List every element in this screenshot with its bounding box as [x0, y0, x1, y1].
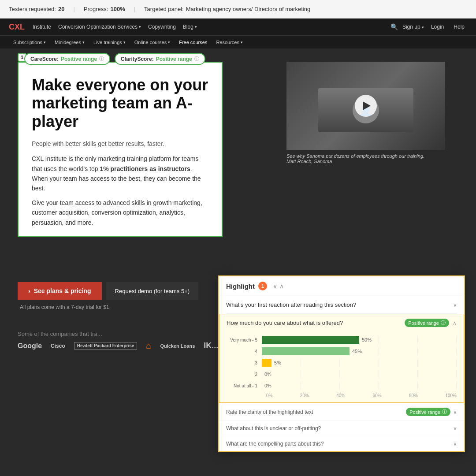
badge-info-icon[interactable]: ⓘ — [441, 320, 446, 326]
chart-bar-container: 0% — [262, 370, 457, 378]
carescore-badge: CareScore: Positive range ⓘ — [24, 53, 110, 65]
progress-label: Progress: — [84, 6, 108, 12]
subnav-live-trainings[interactable]: Live trainings ▾ — [89, 36, 130, 49]
highlight-panel: Highlight 1 ∨ ∧ What's your first reacti… — [218, 275, 465, 452]
chevron-right-icon: ∨ — [453, 425, 457, 431]
testers-info: Testers requested: 20 — [9, 6, 64, 12]
nav-conversion[interactable]: Conversion Optimization Services ▾ — [55, 19, 145, 35]
sub-nav: Subscriptions ▾ Minidegrees ▾ Live train… — [0, 35, 476, 48]
main-content: 1 CareScore: Positive range ⓘ ClaritySco… — [0, 48, 476, 476]
chevron-right-icon: ∨ — [453, 409, 457, 415]
hero-title: Make everyone on your marketing team an … — [32, 76, 208, 130]
clarityscore-label: ClarityScore: — [121, 56, 154, 62]
carescore-info-icon[interactable]: ⓘ — [99, 56, 104, 62]
clarityscore-value: Positive range — [156, 56, 192, 62]
chevron-down-icon: ▾ — [123, 40, 126, 45]
rate-clarity-row[interactable]: Rate the clarity of the highlighted text… — [219, 403, 464, 421]
chart-bar-row: 20% — [227, 370, 457, 378]
chevron-down-icon: ▾ — [195, 25, 197, 29]
testers-count: 20 — [58, 6, 64, 12]
compelling-row[interactable]: What are the compelling parts about this… — [219, 436, 464, 451]
request-demo-button[interactable]: Request demo (for teams 5+) — [106, 282, 198, 300]
video-caption: See why Sanoma put dozens of employees t… — [286, 153, 445, 164]
chart-bar-label: 2 — [227, 372, 262, 377]
nav-institute[interactable]: Institute — [29, 19, 55, 35]
progress-value: 100% — [110, 6, 125, 12]
hero-subtitle: People with better skills get better res… — [32, 139, 208, 149]
nav-copywriting[interactable]: Copywriting — [145, 19, 179, 35]
chart-bar-label: 3 — [227, 361, 262, 365]
rate-clarity-label: Rate the clarity of the highlighted text — [226, 409, 313, 415]
scores-bar: CareScore: Positive range ⓘ ClarityScore… — [24, 53, 205, 65]
chart-bar-row: Very much - 550% — [227, 336, 457, 344]
progress-info: Progress: 100% — [84, 6, 125, 12]
positive-range-badge: Positive range ⓘ — [405, 319, 449, 327]
carescore-value: Positive range — [61, 56, 97, 62]
chart-bar-pct: 5% — [274, 360, 281, 365]
highlight-title: Highlight — [226, 283, 255, 290]
highlight-header: Highlight 1 ∨ ∧ — [219, 276, 464, 296]
subnav-resources[interactable]: Resources ▾ — [212, 36, 247, 49]
chevron-down-icon: ▾ — [139, 25, 141, 29]
bottom-questions: Rate the clarity of the highlighted text… — [219, 403, 464, 451]
panel-label: Targeted panel: — [144, 6, 184, 12]
nav-blog[interactable]: Blog ▾ — [179, 19, 201, 35]
question2-row[interactable]: How much do you care about what is offer… — [219, 314, 464, 331]
chevron-down-icon: ▾ — [82, 40, 85, 45]
clarity-info-icon[interactable]: ⓘ — [442, 409, 447, 415]
subnav-online-courses[interactable]: Online courses ▾ — [130, 36, 175, 49]
companies-intro: Some of the companies that tra... — [18, 331, 218, 337]
hero-desc2: Give your team access to advanced skills… — [32, 198, 208, 227]
cta-section: › See plans & pricing Request demo (for … — [18, 282, 198, 310]
chart-bar-row: 35% — [227, 359, 457, 367]
chart-area: Very much - 550%445%35%20%Not at all - 1… — [219, 331, 464, 402]
clarityscore-info-icon[interactable]: ⓘ — [194, 56, 199, 62]
highlight-controls: ∨ ∧ — [273, 283, 284, 290]
see-plans-button[interactable]: › See plans & pricing — [18, 282, 102, 300]
chart-bar-pct: 50% — [362, 337, 372, 342]
unclear-label: What about this is unclear or off-puttin… — [226, 425, 321, 431]
nav-help[interactable]: Help — [451, 24, 467, 30]
nav-logo[interactable]: CXL — [9, 22, 25, 32]
chart-bar-container: 45% — [262, 347, 457, 355]
nav-login[interactable]: Login — [428, 24, 446, 30]
clarity-badge: Positive range ⓘ — [406, 408, 450, 416]
companies-logos: Google Cisco Hewlett Packard Enterprise … — [18, 341, 218, 351]
play-icon — [363, 101, 371, 110]
panel-value: Marketing agency owners/ Directors of ma… — [186, 6, 311, 12]
cta-buttons: › See plans & pricing Request demo (for … — [18, 282, 198, 300]
subnav-minidegrees[interactable]: Minidegrees ▾ — [50, 36, 89, 49]
chart-bar-pct: 45% — [352, 349, 362, 354]
expand-icon[interactable]: ∧ — [279, 283, 284, 290]
chevron-down-icon: ▾ — [168, 40, 170, 45]
nav-signup[interactable]: Sign up ▾ — [402, 24, 424, 30]
google-logo: Google — [18, 342, 42, 350]
collapse-icon[interactable]: ∨ — [273, 283, 277, 290]
highlight-num-badge: 1 — [258, 282, 267, 290]
hp-logo: Hewlett Packard Enterprise — [74, 342, 138, 350]
chevron-right-icon: ∨ — [453, 302, 457, 308]
video-thumbnail[interactable]: 👤 — [286, 62, 445, 150]
companies-section: Some of the companies that tra... Google… — [18, 331, 218, 351]
search-icon[interactable]: 🔍 — [390, 23, 398, 30]
question1-row[interactable]: What's your first reaction after reading… — [226, 296, 457, 314]
chevron-down-icon: ▾ — [241, 40, 243, 45]
hero-box: Make everyone on your marketing team an … — [18, 62, 223, 237]
subnav-free-courses[interactable]: Free courses — [175, 36, 212, 49]
badge-label: Positive range — [408, 320, 439, 326]
clarity-badge-label: Positive range — [409, 409, 440, 415]
clarityscore-badge: ClarityScore: Positive range ⓘ — [115, 53, 205, 65]
unclear-row[interactable]: What about this is unclear or off-puttin… — [219, 421, 464, 436]
panel-info: Targeted panel: Marketing agency owners/… — [144, 6, 310, 12]
ik-logo: IK... — [204, 341, 218, 350]
trial-text: All plans come with a 7-day trial for $1… — [18, 304, 198, 310]
nav-left: CXL Institute Conversion Optimization Se… — [9, 19, 201, 35]
subnav-subscriptions[interactable]: Subscriptions ▾ — [9, 36, 50, 49]
chart-bar-label: Not at all - 1 — [227, 383, 262, 388]
chart-bar-container: 0% — [262, 382, 457, 390]
chart-bar-pct: 0% — [264, 383, 271, 388]
chart-bars: Very much - 550%445%35%20%Not at all - 1… — [227, 336, 457, 390]
chart-bar-label: 4 — [227, 349, 262, 354]
play-button[interactable] — [355, 95, 377, 117]
highlight-section: What's your first reaction after reading… — [219, 296, 464, 314]
